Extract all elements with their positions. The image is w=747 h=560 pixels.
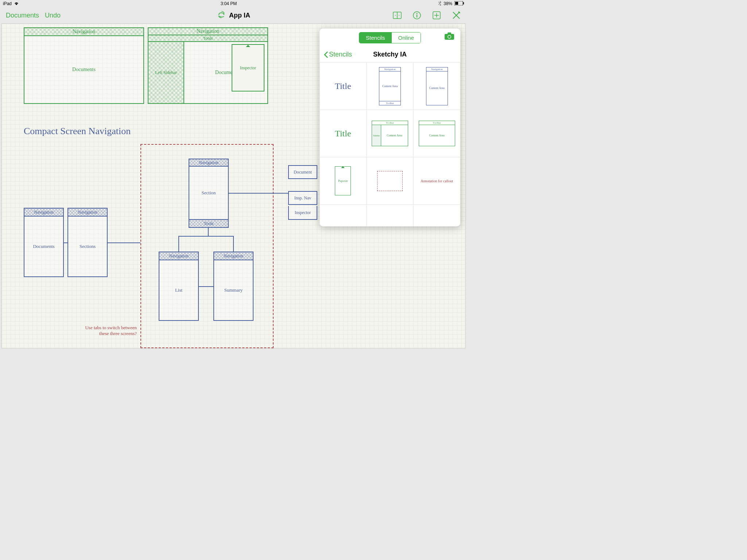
navigation-bar: Navigation [213,252,253,260]
stencil-empty [413,205,460,226]
app-toolbar: Documents Undo App IA [0,7,467,23]
popover-nav: Stencils Sketchy IA [320,47,460,62]
navigation-bar: Navigation [189,159,229,167]
stencil-landscape[interactable]: Toolbar Content Area [413,110,460,157]
connector [208,228,209,236]
svg-rect-9 [417,15,417,18]
content-area: Documents [24,217,64,277]
annotation-text[interactable]: Use tabs to switch between these three s… [82,325,137,337]
info-icon[interactable] [412,11,422,20]
stencil-portrait-toolbar[interactable]: Navigation Content Area Toolbar [367,62,414,110]
wireframe-editor-screen[interactable]: Navigation Tools Left Sidebar Document I… [148,27,268,104]
section-heading[interactable]: Compact Screen Navigation [24,126,131,137]
inspector-popover: Inspector [232,44,264,92]
ruler-icon[interactable] [392,11,402,20]
tools-bar: Tools [189,220,229,228]
back-button[interactable]: Stencils [324,51,352,58]
sync-icon[interactable] [217,10,226,21]
popover-header: Stencils Online [320,28,460,47]
wireframe-inspector-nav[interactable]: Insp. Nav [288,191,317,205]
clock: 3:04 PM [221,1,237,6]
wireframe-inspector-link[interactable]: Inspector [288,206,317,220]
stencil-annotation-box[interactable] [367,157,414,205]
connector [199,286,213,287]
navigation-bar: Navigation [148,27,268,35]
content-area: Documents [24,36,144,104]
add-icon[interactable] [432,11,441,20]
content-area: Section [189,167,229,220]
documents-button[interactable]: Documents [6,12,39,19]
left-sidebar: Left Sidebar [148,42,184,104]
battery-percent: 38% [444,1,452,6]
svg-rect-2 [455,2,458,5]
device-label: iPad [3,1,12,6]
navigation-bar: Navigation [67,208,108,217]
connector [178,236,179,252]
wireframe-sections[interactable]: Navigation Sections [67,208,108,277]
wireframe-list[interactable]: Navigation List [159,252,199,321]
stencil-popover[interactable]: Popover [320,157,367,205]
svg-point-18 [448,36,451,38]
content-area: Summary [213,260,253,321]
svg-point-8 [417,13,418,14]
connector [108,242,140,243]
wireframe-documents-compact[interactable]: Navigation Documents [24,208,64,277]
stencil-grid: Title Navigation Content Area Toolbar Na… [320,62,460,226]
stencil-empty [320,205,367,226]
wireframe-document-link[interactable]: Document [288,165,317,179]
svg-point-6 [399,15,399,16]
status-bar: iPad 3:04 PM 38% [0,0,467,7]
navigation-bar: Navigation [159,252,199,260]
stencil-title-green[interactable]: Title [320,110,367,157]
tools-bar: Tools [148,35,268,42]
connector [178,236,234,237]
stencils-popover: Stencils Online Stencils Sketchy IA Titl… [320,28,460,226]
wifi-icon [14,1,19,6]
wireframe-summary[interactable]: Navigation Summary [213,252,253,321]
svg-rect-16 [448,32,451,35]
stencil-landscape-sidebar[interactable]: Toolbar Sidebar Content Area [367,110,414,157]
connector [229,193,288,194]
camera-icon[interactable] [444,32,454,42]
undo-button[interactable]: Undo [45,12,61,19]
stencil-title-blue[interactable]: Title [320,62,367,110]
stencil-empty [367,205,414,226]
stencil-portrait[interactable]: Navigation Content Area [413,62,460,110]
svg-point-5 [395,15,396,16]
segment-online[interactable]: Online [392,32,421,43]
popover-title: Sketchy IA [373,51,407,58]
segment-stencils[interactable]: Stencils [359,32,392,43]
connector [64,242,67,243]
navigation-bar: Navigation [24,208,64,217]
draw-tools-icon[interactable] [452,11,461,20]
segmented-control[interactable]: Stencils Online [359,32,421,43]
document-title: App IA [229,12,250,19]
bluetooth-icon [438,1,441,7]
navigation-bar: Navigation [24,27,144,36]
content-area: Sections [67,217,108,277]
wireframe-section-detail[interactable]: Navigation Section Tools [189,159,229,228]
stencil-annotation-text[interactable]: Annotation for callout [413,157,460,205]
battery-icon [454,1,464,7]
connector [233,236,234,252]
svg-rect-1 [463,2,464,4]
wireframe-documents-screen[interactable]: Navigation Documents [24,27,144,104]
content-area: List [159,260,199,321]
